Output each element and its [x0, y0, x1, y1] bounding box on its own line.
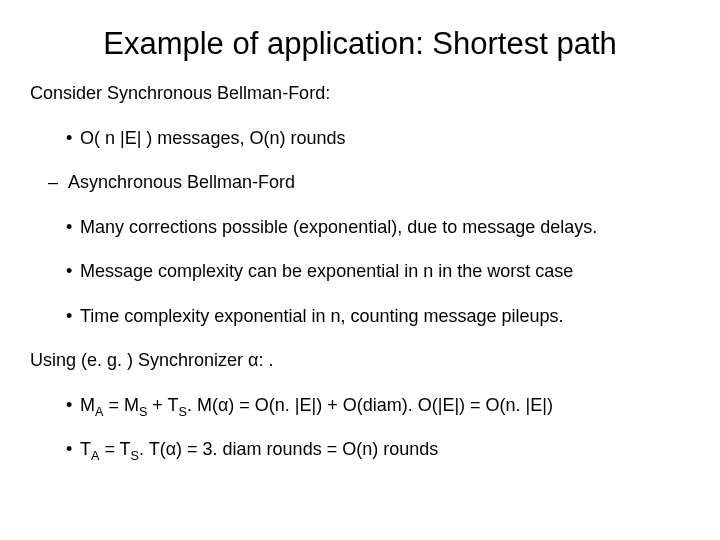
bullet-icon: • [66, 438, 80, 461]
bullet-icon: • [66, 305, 80, 328]
bullet-text: MA = MS + TS. M(α) = O(n. |E|) + O(diam)… [80, 395, 553, 415]
bullet-item: •Time complexity exponential in n, count… [66, 305, 690, 328]
bullet-item: •Many corrections possible (exponential)… [66, 216, 690, 239]
text-line: Using (e. g. ) Synchronizer α: . [30, 349, 690, 372]
slide-body: Consider Synchronous Bellman-Ford: •O( n… [0, 82, 720, 461]
dash-text: Asynchronous Bellman-Ford [68, 172, 295, 192]
text-line: Consider Synchronous Bellman-Ford: [30, 82, 690, 105]
bullet-text: Many corrections possible (exponential),… [80, 217, 597, 237]
bullet-icon: • [66, 127, 80, 150]
bullet-text: O( n |E| ) messages, O(n) rounds [80, 128, 345, 148]
dash-icon: – [48, 171, 68, 194]
bullet-text: TA = TS. T(α) = 3. diam rounds = O(n) ro… [80, 439, 438, 459]
slide: Example of application: Shortest path Co… [0, 0, 720, 540]
dash-item: –Asynchronous Bellman-Ford [48, 171, 690, 194]
bullet-text: Time complexity exponential in n, counti… [80, 306, 564, 326]
bullet-icon: • [66, 394, 80, 417]
bullet-item: •O( n |E| ) messages, O(n) rounds [66, 127, 690, 150]
slide-title: Example of application: Shortest path [0, 0, 720, 82]
bullet-text: Message complexity can be exponential in… [80, 261, 573, 281]
bullet-item: •Message complexity can be exponential i… [66, 260, 690, 283]
bullet-item: •TA = TS. T(α) = 3. diam rounds = O(n) r… [66, 438, 690, 461]
bullet-icon: • [66, 216, 80, 239]
bullet-icon: • [66, 260, 80, 283]
bullet-item: •MA = MS + TS. M(α) = O(n. |E|) + O(diam… [66, 394, 690, 417]
